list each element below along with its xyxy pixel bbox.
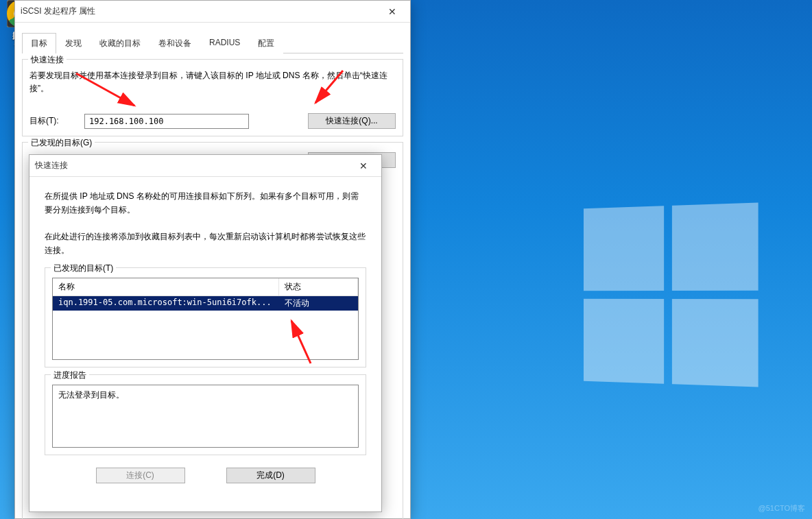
quick-group-discovered: 已发现的目标(T) 名称 状态 iqn.1991-05.com.microsof… — [45, 267, 366, 367]
target-input[interactable] — [84, 114, 249, 129]
quick-connect-help-text: 若要发现目标并使用基本连接登录到目标，请键入该目标的 IP 地址或 DNS 名称… — [29, 69, 396, 95]
list-header: 名称 状态 — [53, 278, 358, 296]
col-state-header[interactable]: 状态 — [279, 278, 358, 295]
quick-connect-button[interactable]: 快速连接(Q)... — [308, 113, 396, 129]
done-button[interactable]: 完成(D) — [226, 468, 315, 483]
progress-report-text: 无法登录到目标。 — [52, 385, 359, 448]
tab-favorite[interactable]: 收藏的目标 — [91, 33, 150, 53]
quick-group-progress: 进度报告 无法登录到目标。 — [45, 374, 366, 455]
quick-dialog-titlebar[interactable]: 快速连接 ✕ — [29, 155, 381, 177]
group-quick-connect: 快速连接 若要发现目标并使用基本连接登录到目标，请键入该目标的 IP 地址或 D… — [22, 59, 403, 136]
row-name: iqn.1991-05.com.microsoft:win-5uni6i7ofk… — [53, 296, 279, 311]
col-name-header[interactable]: 名称 — [53, 278, 279, 295]
tab-radius[interactable]: RADIUS — [200, 33, 249, 53]
tab-config[interactable]: 配置 — [249, 33, 283, 53]
quick-dialog-help2: 在此处进行的连接将添加到收藏目标列表中，每次重新启动该计算机时都将尝试恢复这些连… — [45, 230, 366, 258]
titlebar[interactable]: iSCSI 发起程序 属性 ✕ — [15, 1, 410, 23]
tab-strip: 目标 发现 收藏的目标 卷和设备 RADIUS 配置 — [22, 32, 403, 53]
group-discovered-legend: 已发现的目标(G) — [28, 137, 95, 149]
quick-group-discovered-legend: 已发现的目标(T) — [51, 263, 116, 274]
watermark: @51CTO博客 — [759, 503, 805, 514]
table-row[interactable]: iqn.1991-05.com.microsoft:win-5uni6i7ofk… — [53, 296, 358, 311]
quick-connect-dialog: 快速连接 ✕ 在所提供 IP 地址或 DNS 名称处的可用连接目标如下所列。如果… — [29, 154, 382, 512]
close-button[interactable]: ✕ — [380, 2, 405, 21]
quick-group-progress-legend: 进度报告 — [51, 370, 89, 381]
tab-discovery[interactable]: 发现 — [56, 33, 91, 53]
target-label: 目标(T): — [29, 115, 77, 127]
connect-button: 连接(C) — [96, 468, 185, 483]
window-title: iSCSI 发起程序 属性 — [21, 5, 380, 17]
windows-logo-wallpaper — [584, 202, 759, 387]
group-quick-connect-legend: 快速连接 — [28, 54, 67, 66]
discovered-targets-list[interactable]: 名称 状态 iqn.1991-05.com.microsoft:win-5uni… — [52, 278, 359, 360]
quick-dialog-title: 快速连接 — [35, 160, 351, 171]
tab-volumes[interactable]: 卷和设备 — [150, 33, 200, 53]
quick-dialog-help1: 在所提供 IP 地址或 DNS 名称处的可用连接目标如下所列。如果有多个目标可用… — [45, 189, 366, 217]
quick-dialog-close-button[interactable]: ✕ — [351, 156, 376, 176]
row-state: 不活动 — [279, 296, 358, 311]
tab-targets[interactable]: 目标 — [22, 33, 56, 53]
